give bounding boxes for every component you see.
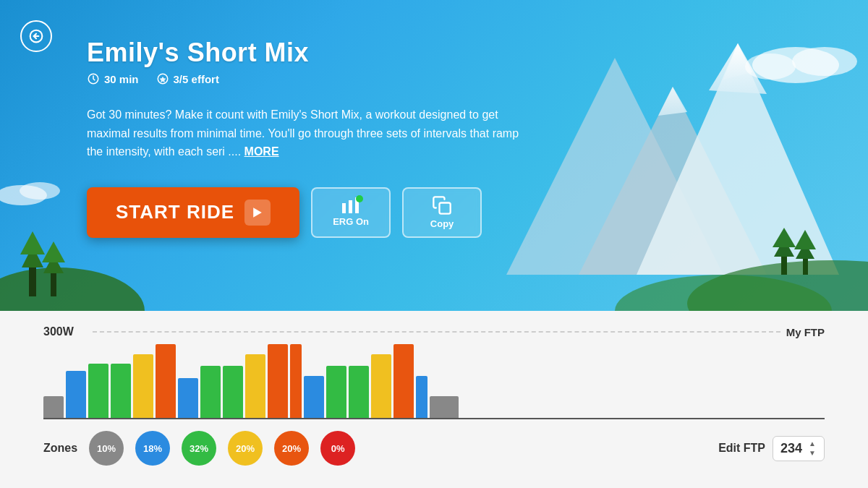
arrow-right-icon [250, 205, 265, 220]
erg-icon-wrap [341, 197, 361, 213]
workout-title: Emily's Short Mix [87, 38, 839, 68]
zone-badge: 32% [182, 431, 216, 466]
duration-meta: 30 min [87, 72, 139, 85]
zone-badge: 20% [228, 431, 263, 466]
zones-row: Zones 10%18%32%20%20%0% Edit FTP 234 ▲ ▼ [43, 431, 825, 466]
chart-bar [88, 364, 109, 418]
chart-bar [393, 344, 414, 418]
chart-bar [200, 366, 221, 418]
hero-section: Emily's Short Mix 30 min 3/5 effort [0, 0, 868, 311]
back-button[interactable] [20, 20, 52, 52]
zones-label: Zones [43, 442, 77, 455]
my-ftp-label: My FTP [786, 326, 825, 338]
effort-meta: 3/5 effort [156, 72, 219, 85]
start-ride-button[interactable]: START RIDE [87, 187, 299, 238]
workout-chart [43, 340, 825, 419]
chart-bar [290, 344, 302, 418]
chart-bar [416, 376, 427, 418]
chart-bar [349, 366, 369, 418]
edit-ftp-label: Edit FTP [718, 442, 765, 455]
copy-button[interactable]: Copy [402, 187, 482, 238]
workout-title-area: Emily's Short Mix 30 min 3/5 effort [87, 23, 839, 85]
hero-content-area: Emily's Short Mix 30 min 3/5 effort [0, 0, 868, 238]
chart-bar [245, 354, 265, 418]
chart-bar [326, 366, 346, 418]
chart-bar [156, 344, 176, 418]
action-buttons-row: START RIDE ERG On [87, 187, 839, 238]
back-arrow-icon [29, 29, 43, 43]
copy-label: Copy [430, 218, 454, 229]
workout-meta: 30 min 3/5 effort [87, 72, 839, 85]
copy-icon [432, 195, 452, 215]
chart-bars [43, 340, 825, 419]
start-ride-arrow-icon [244, 200, 271, 226]
chart-bar [304, 376, 324, 418]
chart-bar [371, 354, 391, 418]
chart-baseline [43, 418, 825, 419]
chart-bar [66, 371, 86, 418]
chart-bar [223, 366, 243, 418]
stats-section: 300W My FTP Zones 10%18%32%20%20%0% Edit… [0, 311, 868, 488]
ftp-increment-button[interactable]: ▲ [808, 440, 817, 448]
chart-bar [178, 378, 198, 418]
ftp-dashed-line [93, 331, 780, 333]
svg-rect-34 [440, 203, 451, 214]
chart-bar [43, 396, 64, 418]
chart-bar [111, 364, 131, 418]
ftp-reference-line: 300W My FTP [43, 325, 825, 338]
zone-badge: 20% [274, 431, 309, 466]
svg-rect-31 [342, 203, 346, 213]
clock-icon [87, 72, 100, 85]
edit-ftp-area: Edit FTP 234 ▲ ▼ [718, 436, 825, 461]
workout-description: Got 30 minutes? Make it count with Emily… [87, 106, 535, 161]
zone-badge: 10% [89, 431, 124, 466]
chart-bar [133, 354, 153, 418]
erg-on-button[interactable]: ERG On [311, 187, 391, 238]
erg-label: ERG On [333, 216, 369, 227]
ftp-watts-label: 300W [43, 325, 87, 338]
ftp-value: 234 [780, 441, 802, 456]
effort-label: 3/5 effort [174, 73, 219, 85]
erg-active-dot [356, 195, 363, 202]
zone-badge: 18% [135, 431, 170, 466]
svg-rect-32 [349, 200, 352, 213]
ftp-stepper[interactable]: ▲ ▼ [808, 440, 817, 458]
description-text: Got 30 minutes? Make it count with Emily… [87, 108, 519, 158]
chart-bar [430, 396, 459, 418]
chart-bar [268, 344, 288, 418]
svg-marker-30 [253, 207, 262, 217]
zone-badges-container: 10%18%32%20%20%0% [89, 431, 361, 466]
start-ride-label: START RIDE [116, 201, 234, 223]
ftp-decrement-button[interactable]: ▼ [808, 449, 817, 458]
effort-icon [156, 72, 169, 85]
zone-badge: 0% [320, 431, 355, 466]
svg-marker-23 [42, 241, 65, 262]
svg-point-17 [0, 267, 145, 311]
duration-label: 30 min [104, 73, 139, 85]
more-link[interactable]: MORE [244, 145, 279, 158]
ftp-input-wrap[interactable]: 234 ▲ ▼ [773, 436, 825, 461]
